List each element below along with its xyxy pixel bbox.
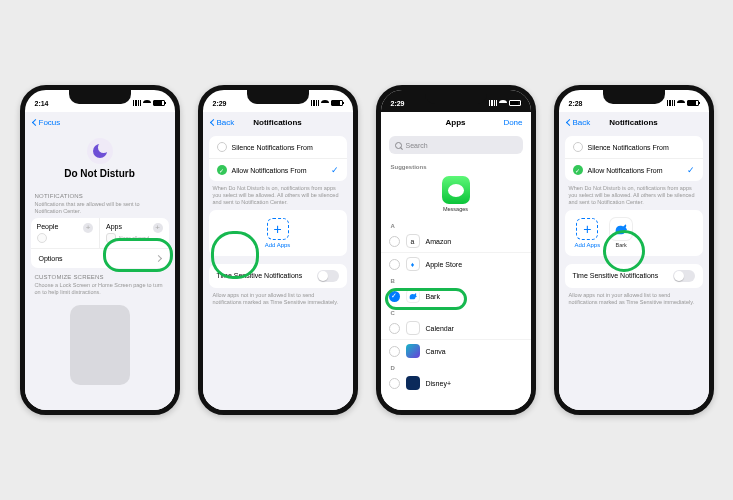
avatar-placeholder	[37, 233, 47, 243]
notch	[603, 90, 665, 104]
silence-row[interactable]: Silence Notifications From	[209, 136, 347, 158]
mode-card: Silence Notifications From ✓ Allow Notif…	[565, 136, 703, 181]
allow-row[interactable]: ✓ Allow Notifications From ✓	[565, 158, 703, 181]
signal-icon	[667, 100, 675, 106]
moon-icon	[93, 144, 107, 158]
search-input[interactable]: Search	[389, 136, 523, 154]
bark-tile[interactable]: Bark	[610, 218, 632, 248]
checkmark-icon: ✓	[331, 165, 339, 175]
messages-label: Messages	[443, 206, 468, 212]
phone-notifications-bark: 2:28 Back Notifications Silence Notifica…	[554, 85, 714, 415]
wifi-icon	[321, 100, 329, 106]
bark-label: Bark	[616, 242, 627, 248]
select-circle-checked-icon: ✓	[389, 291, 400, 302]
apple-store-icon: ♦	[406, 257, 420, 271]
app-name: Apple Store	[426, 261, 463, 268]
silence-row[interactable]: Silence Notifications From	[565, 136, 703, 158]
select-circle-icon	[389, 323, 400, 334]
clock: 2:29	[391, 100, 405, 107]
screen: Focus Do Not Disturb NOTIFICATIONS Notif…	[25, 112, 175, 410]
chevron-left-icon	[31, 118, 38, 125]
allow-label: Allow Notifications From	[232, 167, 307, 174]
select-circle-icon	[389, 259, 400, 270]
options-row[interactable]: Options	[31, 248, 169, 268]
app-name: Canva	[426, 348, 446, 355]
bark-app-icon	[406, 289, 420, 303]
phone-notifications-add: 2:29 Back Notifications Silence Notifica…	[198, 85, 358, 415]
people-cell[interactable]: People +	[31, 218, 100, 248]
notch	[69, 90, 131, 104]
notifications-label: NOTIFICATIONS	[25, 187, 175, 201]
section-c: C	[381, 307, 531, 317]
allow-label: Allow Notifications From	[588, 167, 663, 174]
nav-bar: Focus	[25, 112, 175, 132]
time-sensitive-card: Time Sensitive Notifications	[565, 264, 703, 288]
allow-desc: When Do Not Disturb is on, notifications…	[203, 181, 353, 210]
time-sensitive-card: Time Sensitive Notifications	[209, 264, 347, 288]
add-apps-label: Add Apps	[575, 242, 601, 248]
app-name: Calendar	[426, 325, 454, 332]
canva-icon	[406, 344, 420, 358]
toggle-off-icon[interactable]	[673, 270, 695, 282]
screen: Apps Done Search Suggestions Messages A …	[381, 112, 531, 410]
phone-do-not-disturb: 2:14 Focus Do Not Disturb NOTIFICATIONS …	[20, 85, 180, 415]
chevron-left-icon	[209, 118, 216, 125]
apps-cell[interactable]: Apps + None allowed	[99, 218, 169, 248]
clock: 2:14	[35, 100, 49, 107]
plus-icon: +	[267, 218, 289, 240]
wifi-icon	[143, 100, 151, 106]
back-button[interactable]: Back	[567, 118, 591, 127]
nav-bar: Apps Done	[381, 112, 531, 132]
add-apps-icon[interactable]: +	[153, 223, 163, 233]
section-d: D	[381, 362, 531, 372]
people-apps-card: People + Apps + None allowed Options	[31, 218, 169, 268]
hero: Do Not Disturb	[25, 132, 175, 187]
radio-unchecked-icon	[573, 142, 583, 152]
battery-icon	[687, 100, 699, 106]
disney-icon	[406, 376, 420, 390]
time-sensitive-row[interactable]: Time Sensitive Notifications	[565, 264, 703, 288]
none-allowed-text: None allowed	[119, 235, 149, 241]
back-button[interactable]: Focus	[33, 118, 61, 127]
status-icons	[667, 100, 699, 106]
app-row-bark[interactable]: ✓ Bark	[381, 285, 531, 307]
app-row-amazon[interactable]: a Amazon	[381, 230, 531, 252]
allow-row[interactable]: ✓ Allow Notifications From ✓	[209, 158, 347, 181]
section-b: B	[381, 275, 531, 285]
radio-unchecked-icon	[217, 142, 227, 152]
add-apps-tile[interactable]: + Add Apps	[209, 210, 347, 256]
apps-card: + Add Apps Bark	[565, 210, 703, 256]
app-row-apple-store[interactable]: ♦ Apple Store	[381, 252, 531, 275]
search-placeholder: Search	[406, 142, 428, 149]
silence-label: Silence Notifications From	[588, 144, 669, 151]
back-label: Back	[573, 118, 591, 127]
screen: Back Notifications Silence Notifications…	[203, 112, 353, 410]
add-people-icon[interactable]: +	[83, 223, 93, 233]
app-row-calendar[interactable]: Calendar	[381, 317, 531, 339]
battery-icon	[153, 100, 165, 106]
time-sensitive-label: Time Sensitive Notifications	[217, 272, 303, 279]
search-icon	[395, 142, 402, 149]
mode-card: Silence Notifications From ✓ Allow Notif…	[209, 136, 347, 181]
time-sensitive-row[interactable]: Time Sensitive Notifications	[209, 264, 347, 288]
back-button[interactable]: Back	[211, 118, 235, 127]
status-icons	[489, 100, 521, 106]
dog-icon	[613, 221, 629, 237]
status-icons	[133, 100, 165, 106]
signal-icon	[489, 100, 497, 106]
app-row-canva[interactable]: Canva	[381, 339, 531, 362]
app-row-disney[interactable]: Disney+	[381, 372, 531, 394]
section-a: A	[381, 220, 531, 230]
wifi-icon	[677, 100, 685, 106]
nav-bar: Back Notifications	[559, 112, 709, 132]
toggle-off-icon[interactable]	[317, 270, 339, 282]
notch	[425, 90, 487, 104]
clock: 2:28	[569, 100, 583, 107]
add-apps-tile[interactable]: + Add Apps	[575, 218, 601, 248]
select-circle-icon	[389, 346, 400, 357]
time-sensitive-desc: Allow apps not in your allowed list to s…	[559, 288, 709, 310]
app-name: Amazon	[426, 238, 452, 245]
screen-preview[interactable]	[70, 305, 130, 385]
done-button[interactable]: Done	[503, 118, 522, 127]
suggestion-messages[interactable]: Messages	[381, 172, 531, 220]
